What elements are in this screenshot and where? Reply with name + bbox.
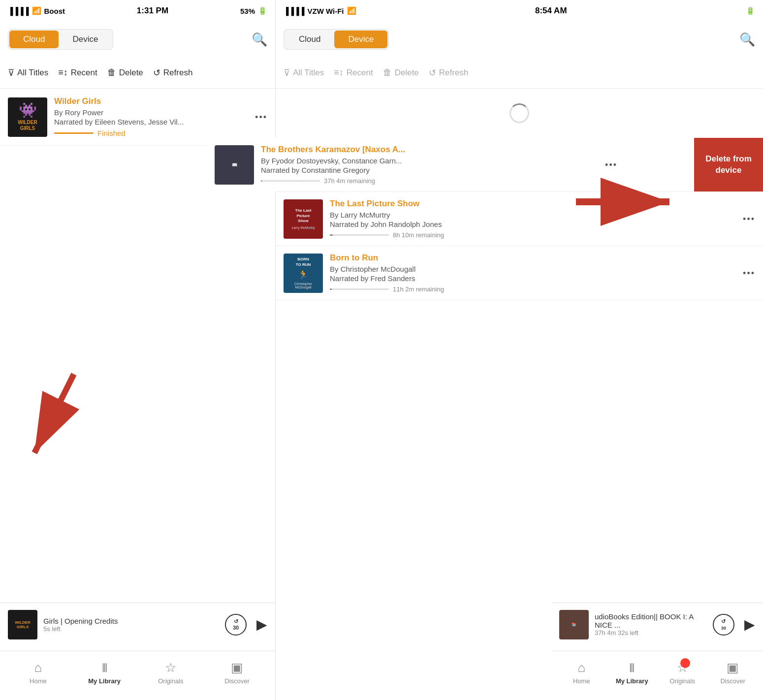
play-btn-right[interactable]: ▶	[744, 616, 755, 633]
player-bar-left: WILDERGIRLS Girls | Opening Credits 5s l…	[0, 603, 275, 646]
delete-btn-right[interactable]: 🗑 Delete	[383, 67, 419, 78]
library-icon-wrapper-left: ⫴	[102, 660, 107, 675]
device-tab-right[interactable]: Device	[334, 31, 387, 48]
book-item-lastpicture[interactable]: The LastPictureShow Larry McMurtry The L…	[276, 192, 763, 246]
player-title-right: udioBooks Edition|| BOOK I: A NICE ...	[595, 612, 707, 629]
nav-home-right[interactable]: ⌂ Home	[562, 660, 601, 685]
delete-from-device-btn[interactable]: Delete from device	[694, 138, 763, 191]
nav-home-left[interactable]: ⌂ Home	[18, 660, 58, 685]
device-tab-left[interactable]: Device	[59, 31, 112, 48]
left-battery-info: 53% 🔋	[240, 6, 267, 15]
nav-library-right[interactable]: ⫴ My Library	[612, 660, 652, 685]
progress-fill-lastpicture	[330, 234, 333, 236]
filter-icon-right: ⊽	[284, 67, 290, 78]
sort-icon-right: ≡↕	[334, 67, 344, 78]
play-btn-left[interactable]: ▶	[256, 616, 267, 633]
discover-label-right: Discover	[720, 677, 745, 685]
filter-icon-left: ⊽	[8, 67, 14, 78]
bottom-nav-left: ⌂ Home ⫴ My Library ☆ Originals ▣ Discov…	[0, 651, 275, 700]
more-btn-karamazov[interactable]: •••	[605, 159, 617, 170]
time-right: 8:54 AM	[535, 6, 567, 16]
refresh-icon-right: ↺	[429, 67, 436, 78]
book-info-lastpicture: The Last Picture Show By Larry McMurtry …	[330, 199, 755, 239]
nav-discover-right[interactable]: ▣ Discover	[713, 660, 753, 685]
nav-originals-right[interactable]: ☆ Originals	[663, 660, 702, 685]
book-remaining-borntorun: 11h 2m remaining	[393, 286, 444, 293]
player-controls-left: ↺30 ▶	[225, 614, 267, 636]
wifi-icon-right: 📶	[347, 6, 356, 15]
nav-originals-left[interactable]: ☆ Originals	[151, 660, 191, 685]
battery-icon-right: 🔋	[746, 6, 755, 15]
book-narrator-wilder: Narrated by Eileen Stevens, Jesse Vil...	[54, 118, 267, 126]
time-left: 1:31 PM	[137, 6, 168, 16]
player-controls-right: ↺30 ▶	[713, 614, 755, 636]
all-titles-btn-left[interactable]: ⊽ All Titles	[8, 67, 48, 78]
book-item-wilder[interactable]: 👾 WILDERGIRLS Wilder Girls By Rory Power…	[0, 89, 275, 146]
book-info-borntorun: Born to Run By Christopher McDougall Nar…	[330, 253, 755, 293]
right-toolbar: ⊽ All Titles ≡↕ Recent 🗑 Delete ↺ Refres…	[276, 57, 763, 89]
player-cover-right: 📚	[559, 610, 589, 639]
book-progress-lastpicture: 8h 10m remaining	[330, 231, 755, 239]
progress-bar-lastpicture	[330, 234, 389, 236]
book-item-borntorun[interactable]: BORNTO RUN 🏃 ChristopherMcDougall Born t…	[276, 246, 763, 300]
library-label-right: My Library	[616, 677, 648, 685]
player-time-right: 37h 4m 32s left	[595, 629, 707, 636]
discover-icon-wrapper-left: ▣	[231, 660, 243, 675]
library-icon-wrapper-right: ⫴	[629, 660, 635, 675]
right-segment-control[interactable]: Cloud Device	[284, 29, 389, 50]
originals-label-left: Originals	[158, 677, 183, 685]
book-title-borntorun: Born to Run	[330, 253, 755, 263]
nav-library-left[interactable]: ⫴ My Library	[85, 660, 124, 685]
book-cover-lastpicture: The LastPictureShow Larry McMurtry	[284, 199, 323, 239]
book-author-karamazov: By Fyodor Dostoyevsky, Constance Garn...	[261, 157, 686, 165]
originals-badge-right	[680, 658, 690, 668]
cloud-tab-right[interactable]: Cloud	[285, 31, 334, 48]
player-time-left: 5s left	[43, 625, 219, 633]
battery-percent: 53%	[240, 7, 255, 15]
book-cover-wilder: 👾 WILDERGIRLS	[8, 97, 47, 137]
more-btn-borntorun[interactable]: •••	[743, 268, 755, 278]
status-bar-left: ▐▐▐▐ 📶 Boost 1:31 PM 53% 🔋	[0, 0, 275, 22]
delete-btn-left[interactable]: 🗑 Delete	[107, 67, 143, 78]
replay-label-left: ↺30	[233, 618, 239, 631]
discover-icon-wrapper-right: ▣	[727, 660, 739, 675]
status-bar-right: ▐▐▐▐ VZW Wi-Fi 📶 8:54 AM 🔋	[276, 0, 763, 22]
bottom-nav-right: ⌂ Home ⫴ My Library ☆ Originals ▣ Discov…	[551, 651, 763, 700]
discover-label-left: Discover	[224, 677, 250, 685]
signal-icon: ▐▐▐▐	[8, 7, 29, 15]
nav-discover-left[interactable]: ▣ Discover	[218, 660, 257, 685]
book-cover-borntorun: BORNTO RUN 🏃 ChristopherMcDougall	[284, 254, 323, 293]
replay-30-btn-right[interactable]: ↺30	[713, 614, 734, 636]
refresh-btn-right[interactable]: ↺ Refresh	[429, 67, 469, 78]
karamazov-swipe-container: 📖 The Brothers Karamazov [Naxos A... By …	[276, 138, 763, 192]
book-title-wilder: Wilder Girls	[54, 96, 267, 106]
all-titles-btn-right[interactable]: ⊽ All Titles	[284, 67, 324, 78]
right-status-left: ▐▐▐▐ VZW Wi-Fi 📶	[284, 6, 356, 15]
book-narrator-karamazov: Narrated by Constantine Gregory	[261, 166, 686, 174]
replay-30-btn-left[interactable]: ↺30	[225, 614, 247, 636]
book-remaining-karamazov: 37h 4m remaining	[324, 177, 375, 185]
wifi-icon: 📶	[32, 6, 41, 15]
library-label-left: My Library	[88, 677, 121, 685]
more-btn-wilder[interactable]: •••	[255, 112, 267, 122]
left-header: Cloud Device 🔍	[0, 22, 275, 57]
book-title-lastpicture: The Last Picture Show	[330, 199, 755, 209]
home-icon-wrapper-left: ⌂	[34, 660, 42, 675]
player-info-right: udioBooks Edition|| BOOK I: A NICE ... 3…	[595, 612, 707, 636]
replay-label-right: ↺30	[721, 618, 726, 631]
search-button-right[interactable]: 🔍	[739, 32, 755, 47]
recent-btn-left[interactable]: ≡↕ Recent	[58, 67, 97, 78]
search-button-left[interactable]: 🔍	[252, 32, 267, 47]
cloud-tab-left[interactable]: Cloud	[9, 31, 59, 48]
left-segment-control[interactable]: Cloud Device	[8, 29, 113, 50]
book-author-borntorun: By Christopher McDougall	[330, 265, 755, 273]
left-toolbar: ⊽ All Titles ≡↕ Recent 🗑 Delete ↺ Refres…	[0, 57, 275, 89]
recent-btn-right[interactable]: ≡↕ Recent	[334, 67, 373, 78]
library-icon-left: ⫴	[102, 660, 107, 675]
refresh-btn-left[interactable]: ↺ Refresh	[153, 67, 193, 78]
more-btn-lastpicture[interactable]: •••	[743, 214, 755, 224]
refresh-icon-left: ↺	[153, 67, 160, 78]
carrier-right: VZW Wi-Fi	[308, 7, 344, 15]
library-icon-right: ⫴	[629, 660, 635, 675]
loading-spinner	[509, 103, 529, 123]
